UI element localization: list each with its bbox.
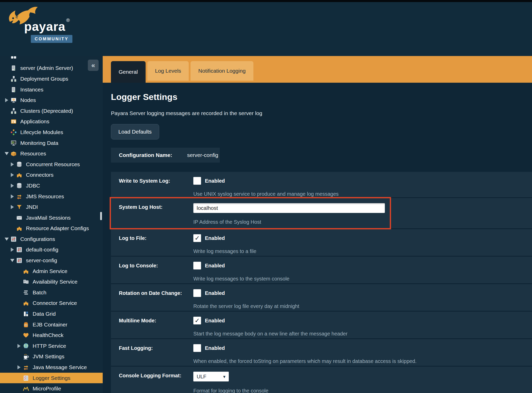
sidebar-item-default-config[interactable]: default-config: [0, 245, 103, 255]
sidebar-item-resource-adapter-configs[interactable]: Resource Adapter Configs: [0, 223, 103, 234]
sidebar-scrollbar-thumb[interactable]: [100, 212, 102, 220]
rotation-on-date-change-checkbox[interactable]: [193, 289, 201, 297]
tab-general[interactable]: General: [111, 61, 146, 83]
tab-label: General: [119, 69, 138, 75]
chevron-right-icon[interactable]: [9, 162, 16, 166]
load-defaults-button[interactable]: Load Defaults: [111, 124, 159, 139]
field-label: Console Logging Format:: [119, 372, 193, 393]
chevron-right-icon[interactable]: [9, 248, 16, 252]
tab-log-levels[interactable]: Log Levels: [147, 61, 189, 81]
chevron-down-icon[interactable]: [3, 238, 10, 241]
sidebar-item-deployment-groups[interactable]: Deployment Groups: [0, 73, 103, 84]
chevron-down-icon[interactable]: [3, 152, 10, 155]
sidebar-item-label: default-config: [26, 247, 58, 253]
chevron-right-icon[interactable]: [9, 194, 16, 199]
sidebar-item-jdbc[interactable]: JDBC: [0, 180, 103, 191]
group-icon: [10, 76, 17, 82]
monitor-data-icon: [10, 140, 17, 146]
sidebar-item-concurrent-resources[interactable]: Concurrent Resources: [0, 159, 103, 170]
arrows-icon: [23, 364, 29, 371]
sidebar-item-instances[interactable]: Instances: [0, 84, 103, 95]
sidebar-item-microprofile[interactable]: MicroProfile: [0, 383, 103, 393]
sidebar-item-jms-resources[interactable]: JMS Resources: [0, 191, 103, 202]
fast-logging-checkbox[interactable]: [193, 344, 201, 352]
sidebar-item-lifecycle-modules[interactable]: Lifecycle Modules: [0, 127, 103, 138]
sidebar-item-label: Concurrent Resources: [26, 161, 80, 167]
sidebar-item-nodes[interactable]: Nodes: [0, 95, 103, 106]
tab-label: Notification Logging: [198, 68, 245, 74]
console-logging-format-select[interactable]: ULF▼: [193, 372, 229, 381]
sidebar-item-data-grid[interactable]: Data Grid: [0, 308, 103, 319]
chevron-right-icon[interactable]: [3, 98, 10, 102]
form-row-rotation-on-date-change: Rotation on Date Change:EnabledRotate th…: [111, 284, 532, 312]
tab-notification-logging[interactable]: Notification Logging: [191, 61, 253, 81]
sidebar-item-availability-service[interactable]: Availability Service: [0, 276, 103, 287]
funnel-icon: [16, 204, 23, 210]
sliders-icon: [16, 257, 23, 264]
sidebar-collapse-button[interactable]: «: [88, 60, 99, 71]
sidebar-item-label: Admin Service: [33, 268, 67, 274]
sidebar-item-logger-settings[interactable]: Logger Settings: [0, 373, 103, 383]
payara-logo[interactable]: payara® COMMUNITY: [7, 5, 82, 47]
tab-label: Log Levels: [155, 68, 181, 74]
sidebar-item-clusters-deprecated[interactable]: Clusters (Deprecated): [0, 106, 103, 116]
sidebar-item-label: Deployment Groups: [20, 76, 68, 82]
log-to-file-checkbox[interactable]: ✓: [193, 234, 201, 242]
chevron-right-icon[interactable]: [9, 173, 16, 177]
community-badge-label: COMMUNITY: [35, 36, 69, 41]
puzzle-icon: [16, 172, 23, 178]
form-row-system-log-host: System Log Host:localhostIP Address of t…: [111, 198, 532, 229]
sidebar-item-server-admin-server[interactable]: server (Admin Server): [0, 63, 103, 74]
sliders-icon: [16, 246, 23, 253]
field-label: System Log Host:: [119, 203, 193, 228]
configuration-name-label: Configuration Name:: [119, 152, 172, 158]
availability-icon: [23, 278, 29, 285]
coffee-icon: [23, 353, 29, 360]
sidebar-item-jvm-settings[interactable]: JVM Settings: [0, 351, 103, 362]
sidebar-item-javamail-sessions[interactable]: JavaMail Sessions: [0, 212, 103, 223]
sidebar-item-admin-service[interactable]: Admin Service: [0, 266, 103, 277]
puzzle-icon: [23, 268, 29, 275]
chevron-right-icon[interactable]: [9, 205, 16, 209]
chevron-right-icon[interactable]: [15, 365, 23, 369]
sidebar-item-connector-service[interactable]: Connector Service: [0, 298, 103, 309]
sidebar-item-java-message-service[interactable]: Java Message Service: [0, 362, 103, 373]
chevron-right-icon[interactable]: [9, 184, 16, 188]
monitor-icon: [10, 97, 17, 104]
system-log-host-input[interactable]: localhost: [193, 203, 385, 213]
lifecycle-icon: [10, 129, 17, 136]
form-row-console-logging-format: Console Logging Format:ULF▼Format for lo…: [111, 367, 532, 393]
form-row-multiline-mode: Multiline Mode:✓EnabledStart the log mes…: [111, 312, 532, 339]
box-icon: [10, 150, 17, 157]
sidebar-item-label: Resource Adapter Configs: [26, 225, 89, 231]
sidebar-item-healthcheck[interactable]: HealthCheck: [0, 330, 103, 341]
server-icon: [10, 86, 17, 93]
mail-icon: [16, 214, 23, 221]
puzzle-icon: [16, 225, 23, 232]
logger-settings-page: Logger Settings Payara Server logging me…: [103, 83, 532, 393]
globe-icon: [23, 343, 29, 349]
chevron-right-icon[interactable]: [15, 344, 23, 348]
write-to-system-log-checkbox[interactable]: [193, 177, 201, 185]
top-strip: [0, 0, 532, 2]
sidebar-item-label: server (Admin Server): [20, 65, 73, 71]
sidebar-item-label: JMS Resources: [26, 193, 64, 200]
sidebar-item-resources[interactable]: Resources: [0, 148, 103, 159]
chevron-down-icon[interactable]: [9, 259, 16, 262]
multiline-mode-checkbox[interactable]: ✓: [193, 317, 201, 324]
sidebar-item-label: Data Grid: [33, 311, 56, 317]
field-label: Fast Logging:: [119, 344, 193, 366]
sidebar-item-jndi[interactable]: JNDI: [0, 202, 103, 212]
sidebar-item-server-config[interactable]: server-config: [0, 255, 103, 266]
sidebar-item-label: server-config: [26, 257, 57, 264]
log-to-console-checkbox[interactable]: [193, 262, 201, 269]
sidebar-item-http-service[interactable]: HTTP Service: [0, 341, 103, 351]
sidebar-item-monitoring-data[interactable]: Monitoring Data: [0, 138, 103, 148]
sidebar-item-connectors[interactable]: Connectors: [0, 170, 103, 181]
sidebar-item-configurations[interactable]: Configurations: [0, 234, 103, 245]
arrows-icon: [16, 193, 23, 200]
sidebar-item-batch[interactable]: Batch: [0, 287, 103, 298]
sidebar-item-applications[interactable]: Applications: [0, 116, 103, 127]
sidebar-item-ejb-container[interactable]: JAREJB Container: [0, 319, 103, 330]
sidebar-item-cropped[interactable]: [0, 56, 103, 63]
